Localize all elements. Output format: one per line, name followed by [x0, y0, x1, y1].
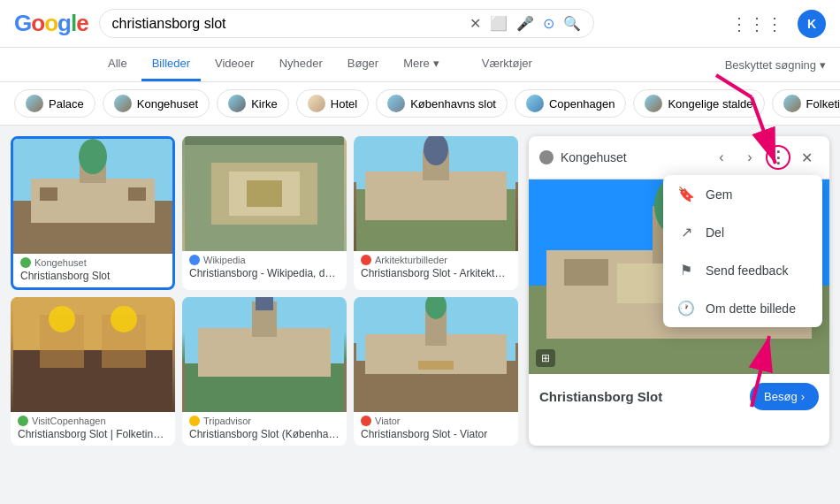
chip-kbhslot[interactable]: Københavns slot — [376, 89, 508, 118]
chip-copenhagen-thumb — [526, 95, 544, 112]
search-bar: ✕ ⬜ 🎤 ⊙ 🔍 — [99, 9, 594, 38]
chip-hotel[interactable]: Hotel — [296, 89, 369, 118]
close-side-panel-button[interactable]: ✕ — [794, 145, 819, 170]
chip-hotel-label: Hotel — [331, 97, 357, 111]
image-card-3[interactable]: VisitCopenhagen Christiansborg Slot | Fo… — [11, 297, 175, 446]
image-card-2[interactable]: Arkitekturbilleder Christiansborg Slot -… — [354, 136, 518, 290]
image-meta-3: VisitCopenhagen Christiansborg Slot | Fo… — [11, 412, 175, 446]
dropdown-item-about[interactable]: 🕐 Om dette billede — [663, 289, 822, 327]
tab-videoer[interactable]: Videoer — [204, 48, 265, 81]
image-thumb-4 — [182, 297, 347, 412]
chip-kongehuset-label: Kongehuset — [137, 97, 198, 111]
visit-arrow-icon: › — [801, 390, 805, 403]
header-right: ⋮⋮⋮ K — [730, 10, 826, 38]
search-button[interactable]: 🔍 — [563, 15, 581, 32]
image-card-4[interactable]: Tripadvisor Christiansborg Slot (Københa… — [182, 297, 347, 446]
dropdown-menu: 🔖 Gem ↗ Del ⚑ Send feedback 🕐 Om dette b… — [663, 175, 822, 327]
castle-name: Christiansborg Slot — [539, 389, 662, 404]
dropdown-del-label: Del — [706, 225, 724, 240]
image-source-2: Arkitekturbilleder — [361, 255, 511, 265]
image-source-3: VisitCopenhagen — [18, 416, 168, 426]
chip-kirke-thumb — [228, 95, 246, 112]
chip-stalde[interactable]: Kongelige stalde — [633, 89, 764, 118]
image-thumb-5 — [354, 297, 518, 412]
svg-rect-6 — [128, 187, 146, 201]
fullscreen-button[interactable]: ⊞ — [536, 349, 555, 367]
chip-kbhslot-thumb — [387, 95, 405, 112]
image-card-0[interactable]: Kongehuset Christiansborg Slot — [11, 136, 175, 290]
source-dot-0 — [20, 257, 31, 268]
lens-icon[interactable]: ⊙ — [543, 15, 554, 32]
next-button[interactable]: › — [737, 145, 762, 170]
image-meta-4: Tripadvisor Christiansborg Slot (Københa… — [182, 412, 347, 446]
chip-hotel-thumb — [308, 95, 325, 112]
image-search-icon[interactable]: ⬜ — [490, 15, 508, 32]
main-content: Kongehuset Christiansborg Slot Wikipedia — [0, 126, 840, 456]
dropdown-gem-label: Gem — [706, 187, 732, 202]
image-source-0: Kongehuset — [20, 257, 165, 268]
image-card-5[interactable]: Viator Christiansborg Slot - Viator — [354, 297, 518, 446]
chip-copenhagen[interactable]: Copenhagen — [515, 89, 626, 118]
source-dot-1 — [189, 255, 200, 265]
side-panel-title: Kongehuset — [561, 150, 702, 164]
image-thumb-2 — [354, 136, 518, 251]
chip-copenhagen-label: Copenhagen — [549, 97, 615, 111]
search-input[interactable] — [112, 16, 462, 32]
clear-button[interactable]: ✕ — [470, 15, 481, 32]
image-card-1[interactable]: Wikipedia Christiansborg - Wikipedia, de… — [182, 136, 347, 290]
svg-rect-18 — [13, 350, 172, 412]
image-meta-5: Viator Christiansborg Slot - Viator — [354, 412, 518, 446]
prev-button[interactable]: ‹ — [709, 145, 734, 170]
svg-rect-33 — [418, 361, 454, 370]
source-dot-4 — [189, 416, 200, 426]
chip-folketinget-thumb — [783, 95, 801, 112]
svg-rect-11 — [185, 136, 344, 145]
image-title-2: Christiansborg Slot - Arkitekturbilleder — [361, 267, 511, 279]
apps-icon[interactable]: ⋮⋮⋮ — [730, 13, 783, 34]
side-panel-favicon — [539, 150, 554, 164]
image-thumb-1 — [182, 136, 347, 251]
side-panel: Kongehuset ‹ › ⋮ ✕ ⊞ — [529, 136, 829, 446]
safe-search-chevron-icon: ▾ — [820, 58, 826, 72]
tab-alle[interactable]: Alle — [97, 48, 138, 81]
side-panel-footer: Christiansborg Slot Besøg › — [529, 374, 829, 419]
source-dot-5 — [361, 416, 371, 426]
source-dot-2 — [361, 255, 371, 265]
svg-point-22 — [111, 306, 137, 332]
more-options-button[interactable]: ⋮ — [766, 145, 790, 170]
side-panel-header: Kongehuset ‹ › ⋮ ✕ — [529, 136, 829, 179]
image-thumb-3 — [11, 297, 175, 412]
dropdown-item-del[interactable]: ↗ Del — [663, 213, 822, 251]
chip-palace-thumb — [26, 95, 43, 112]
image-meta-0: Kongehuset Christiansborg Slot — [13, 254, 172, 287]
tools-tab[interactable]: Værktøjer — [471, 48, 543, 81]
tab-billeder[interactable]: Billeder — [141, 48, 201, 81]
visit-button[interactable]: Besøg › — [750, 383, 819, 410]
avatar[interactable]: K — [798, 10, 826, 38]
chip-stalde-thumb — [645, 95, 662, 112]
dropdown-item-feedback[interactable]: ⚑ Send feedback — [663, 251, 822, 289]
chip-palace-label: Palace — [49, 97, 84, 111]
chip-kirke[interactable]: Kirke — [217, 89, 289, 118]
dropdown-item-gem[interactable]: 🔖 Gem — [663, 175, 822, 213]
tab-nyheder[interactable]: Nyheder — [269, 48, 333, 81]
voice-search-icon[interactable]: 🎤 — [516, 15, 534, 32]
chip-palace[interactable]: Palace — [14, 89, 95, 118]
safe-search[interactable]: Beskyttet søgning ▾ — [725, 58, 826, 72]
chip-folketinget[interactable]: Folketinget — [772, 89, 840, 118]
svg-rect-10 — [247, 180, 282, 207]
chip-kbhslot-label: Københavns slot — [410, 97, 496, 111]
google-logo[interactable]: Google — [14, 10, 88, 37]
tab-boger[interactable]: Bøger — [337, 48, 389, 81]
svg-rect-27 — [256, 297, 273, 310]
tab-mere[interactable]: Mere ▾ — [393, 48, 450, 81]
image-title-0: Christiansborg Slot — [20, 270, 165, 282]
side-panel-controls: ‹ › ⋮ ✕ — [709, 145, 819, 170]
chip-kongehuset[interactable]: Kongehuset — [103, 89, 210, 118]
svg-point-4 — [79, 139, 107, 174]
image-source-4: Tripadvisor — [189, 416, 340, 426]
image-meta-1: Wikipedia Christiansborg - Wikipedia, de… — [182, 251, 347, 285]
svg-rect-39 — [564, 259, 608, 286]
image-title-5: Christiansborg Slot - Viator — [361, 428, 511, 440]
share-icon: ↗ — [677, 224, 695, 241]
